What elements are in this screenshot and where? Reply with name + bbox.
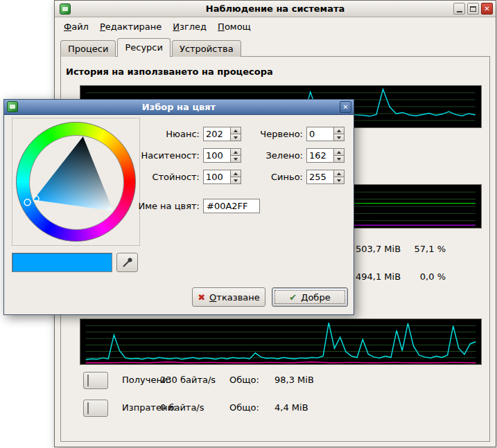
dialog-title: Избор на цвят xyxy=(142,102,216,112)
received-total: 98,3 MiB xyxy=(274,375,314,385)
cpu-history-title: История на използването на процесора xyxy=(66,66,273,77)
received-rate: 230 байта/s xyxy=(160,375,216,385)
current-color-preview xyxy=(12,253,112,272)
green-label: Зелено: xyxy=(226,148,303,163)
received-total-label: Общо: xyxy=(229,375,259,385)
minimize-icon xyxy=(457,11,462,12)
value-label: Стойност: xyxy=(94,170,200,184)
eyedropper-button[interactable] xyxy=(116,253,138,272)
red-label: Червено: xyxy=(226,127,303,141)
tab-processes[interactable]: Процеси xyxy=(60,40,116,57)
ok-button[interactable]: ✔ Добре xyxy=(272,287,348,307)
dialog-app-icon xyxy=(7,101,18,112)
tab-resources[interactable]: Ресурси xyxy=(117,38,171,57)
red-input[interactable] xyxy=(306,127,334,141)
green-spin-down[interactable] xyxy=(334,156,345,163)
network-history-chart xyxy=(80,319,482,365)
cancel-icon: ✖ xyxy=(198,292,205,303)
color-name-label: Име на цвят: xyxy=(94,199,200,213)
blue-spin-down[interactable] xyxy=(334,177,345,184)
hue-ring-marker[interactable] xyxy=(24,199,30,206)
red-spin-down[interactable] xyxy=(334,134,345,141)
app-icon xyxy=(60,3,71,15)
minimize-button[interactable] xyxy=(453,3,465,15)
color-picker-dialog: Избор на цвят ✕ xyxy=(3,99,354,315)
tab-bar: Процеси Ресурси Устройства xyxy=(60,38,243,57)
hue-label: Нюанс: xyxy=(94,127,200,141)
menubar: Файл Редактиране Изглед Помощ xyxy=(55,17,496,36)
ok-icon: ✔ xyxy=(289,292,297,303)
screen: Наблюдение на системата ✕ Файл Редактира… xyxy=(0,0,497,448)
maximize-button[interactable] xyxy=(467,3,479,15)
received-color-button[interactable] xyxy=(83,372,108,389)
blue-label: Синьо: xyxy=(226,170,303,184)
main-window-titlebar[interactable]: Наблюдение на системата ✕ xyxy=(55,1,496,17)
sent-total: 4,4 MiB xyxy=(274,402,308,413)
green-spin-up[interactable] xyxy=(334,148,345,156)
eyedropper-icon xyxy=(121,256,134,269)
sent-color-button[interactable] xyxy=(83,400,108,417)
menu-file[interactable]: Файл xyxy=(58,19,94,35)
maximize-icon xyxy=(470,6,476,12)
network-sent-row: Изпратени: 0 байта/s Общо: 4,4 MiB xyxy=(83,400,381,418)
menu-view[interactable]: Изглед xyxy=(167,19,212,35)
memory-used-percent: 57,1 % xyxy=(387,244,446,254)
saturation-label: Наситеност: xyxy=(94,148,200,163)
blue-spinbox xyxy=(306,170,345,184)
close-button[interactable]: ✕ xyxy=(481,3,493,15)
cancel-button-label: Отказване xyxy=(209,292,260,303)
blue-spin-up[interactable] xyxy=(334,170,345,177)
tab-devices[interactable]: Устройства xyxy=(172,40,241,57)
sent-total-label: Общо: xyxy=(229,402,259,413)
green-spinbox xyxy=(306,148,345,163)
network-received-row: Получени: 230 байта/s Общо: 98,3 MiB xyxy=(83,372,381,390)
dialog-close-button[interactable]: ✕ xyxy=(340,101,351,113)
cancel-button[interactable]: ✖ Отказване xyxy=(192,287,265,307)
red-spin-up[interactable] xyxy=(334,127,345,134)
green-input[interactable] xyxy=(306,148,334,163)
dialog-titlebar[interactable]: Избор на цвят ✕ xyxy=(4,100,354,115)
sent-color-swatch xyxy=(87,402,89,414)
blue-input[interactable] xyxy=(306,170,334,184)
swap-used-percent: 0,0 % xyxy=(387,271,446,282)
red-spinbox xyxy=(306,127,345,141)
main-window-title: Наблюдение на системата xyxy=(206,3,345,14)
menu-edit[interactable]: Редактиране xyxy=(94,19,167,35)
ok-button-label: Добре xyxy=(301,292,330,303)
sent-rate: 0 байта/s xyxy=(160,402,204,413)
menu-help[interactable]: Помощ xyxy=(212,19,256,35)
received-color-swatch xyxy=(87,375,89,386)
color-name-input[interactable] xyxy=(203,199,260,213)
